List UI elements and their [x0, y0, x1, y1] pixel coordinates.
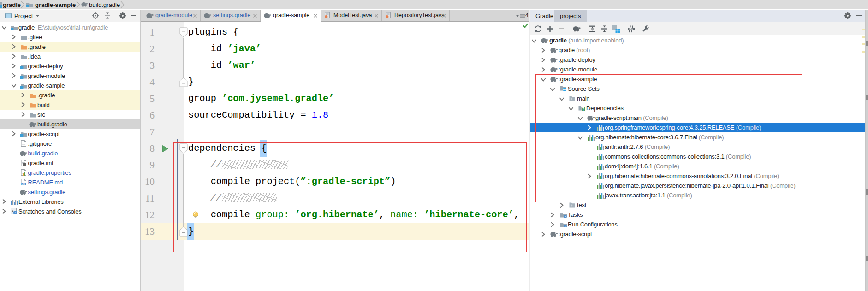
svg-text:MD: MD	[21, 183, 25, 185]
